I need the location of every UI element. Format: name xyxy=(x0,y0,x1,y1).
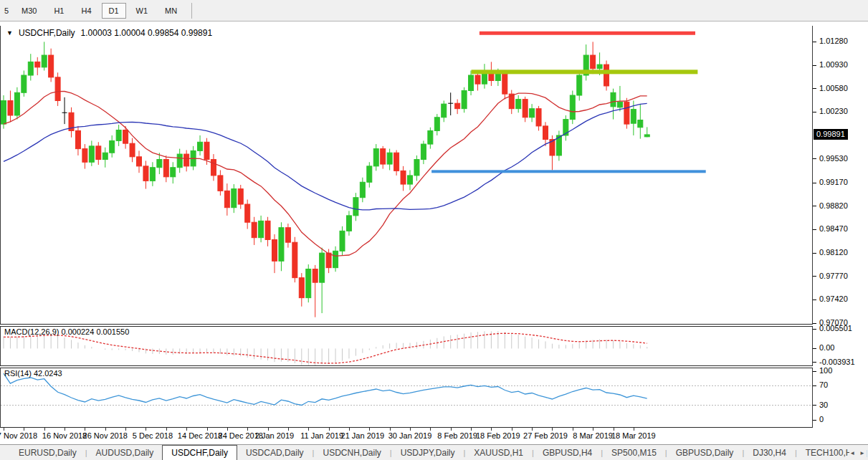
macd-signal-line xyxy=(4,333,647,363)
date-axis-label: 27 Feb 2019 xyxy=(523,431,568,440)
chart-symbol-label: USDCHF,Daily xyxy=(19,28,75,38)
date-axis-label: 8 Mar 2019 xyxy=(573,431,613,440)
date-tick xyxy=(349,428,350,431)
price-axis-label: 0.98470 xyxy=(819,224,848,233)
date-tick xyxy=(125,428,126,431)
price-axis-label: 70 xyxy=(819,380,828,389)
price-axis-label: 0.00 xyxy=(819,343,834,352)
main-price-chart[interactable]: ▼ USDCHF,Daily 1.00003 1.00004 0.99854 0… xyxy=(0,26,813,324)
date-axis-label: 14 Dec 2018 xyxy=(178,431,222,440)
date-axis-label: 7 Nov 2018 xyxy=(0,431,37,440)
symbol-tab-bar: EURUSD,Daily|AUDUSD,DailyUSDCHF,DailyUSD… xyxy=(0,444,868,460)
chart-ohlc-values: 1.00003 1.00004 0.99854 0.99891 xyxy=(81,28,213,38)
tabbar-scroll-left-icon[interactable]: ◄ xyxy=(849,450,855,456)
toolbar-separator xyxy=(191,3,192,19)
price-axis-label: 100 xyxy=(819,366,832,375)
ma-fast-line xyxy=(4,92,647,257)
date-tick xyxy=(207,428,208,431)
date-tick xyxy=(573,428,573,431)
symbol-tab-usdcnh-daily[interactable]: USDCNH,Daily xyxy=(314,445,389,460)
date-tick xyxy=(268,428,269,431)
date-tick xyxy=(512,428,512,431)
macd-histogram xyxy=(4,331,647,365)
date-tick xyxy=(247,428,248,431)
price-axis-label: 1.00580 xyxy=(819,84,848,92)
price-axis-label: 0.97420 xyxy=(819,294,848,303)
symbol-tab-gbpusd-daily[interactable]: GBPUSD,Daily xyxy=(667,445,743,460)
date-tick xyxy=(227,428,228,431)
price-axis-label: 1.00230 xyxy=(819,107,848,115)
date-axis[interactable]: 7 Nov 201816 Nov 201826 Nov 20185 Dec 20… xyxy=(0,428,813,444)
date-axis-label: 5 Dec 2018 xyxy=(133,431,173,440)
date-axis-label: 2 Jan 2019 xyxy=(255,431,294,440)
axis-tick xyxy=(813,362,816,363)
symbol-tab-usdjpy-daily[interactable]: USDJPY,Daily xyxy=(392,445,464,460)
axis-tick xyxy=(813,348,816,349)
price-axis[interactable]: 1.012801.009301.005801.002300.995300.991… xyxy=(813,21,868,444)
axis-tick xyxy=(813,88,816,89)
symbol-tab-audusd-daily[interactable]: AUDUSD,Daily xyxy=(87,445,163,460)
date-tick xyxy=(593,428,593,431)
support-line-blue[interactable] xyxy=(431,170,706,173)
date-tick xyxy=(44,428,45,431)
symbol-tab-xauusd-h1[interactable]: XAUUSD,H1 xyxy=(465,445,532,460)
timeframe-button-w1[interactable]: W1 xyxy=(129,3,156,19)
price-axis-label: 0.005501 xyxy=(819,324,852,332)
chart-title: ▼ USDCHF,Daily 1.00003 1.00004 0.99854 0… xyxy=(6,28,212,38)
resistance-line-red[interactable] xyxy=(480,32,695,35)
symbol-tab-sp500-m15[interactable]: SP500,M15 xyxy=(603,445,665,460)
timeframe-button-h1[interactable]: H1 xyxy=(47,3,71,19)
axis-tick xyxy=(813,158,816,159)
axis-tick xyxy=(813,42,816,42)
timeframe-button-m30[interactable]: M30 xyxy=(14,3,44,19)
candlestick-series xyxy=(1,42,650,317)
timeframe-button-h4[interactable]: H4 xyxy=(74,3,98,19)
rsi-label: RSI(14) 42.0243 xyxy=(4,369,62,378)
price-axis-label: 0.99530 xyxy=(819,154,848,163)
symbol-tab-eurusd-daily[interactable]: EURUSD,Daily xyxy=(10,445,85,460)
date-axis-label: 21 Jan 2019 xyxy=(341,431,385,440)
timeframe-button-mn[interactable]: MN xyxy=(158,3,184,19)
tabbar-scroll-right-icon[interactable]: ► xyxy=(859,450,865,456)
resistance-line-olive[interactable] xyxy=(472,70,698,74)
date-tick xyxy=(471,428,472,431)
macd-panel[interactable]: MACD(12,26,9) 0.000224 0.001550 xyxy=(0,327,813,365)
symbol-tab-gbpusd-h4[interactable]: GBPUSD,H4 xyxy=(534,445,601,460)
symbol-tab-usdchf-daily[interactable]: USDCHF,Daily xyxy=(162,445,237,460)
axis-tick xyxy=(813,276,816,277)
axis-tick xyxy=(813,183,816,183)
date-tick xyxy=(65,428,65,431)
price-axis-label: -0.003931 xyxy=(819,358,855,366)
axis-tick xyxy=(813,323,816,324)
price-axis-label: 0.99170 xyxy=(819,178,848,186)
plot-column: ▼ USDCHF,Daily 1.00003 1.00004 0.99854 0… xyxy=(0,26,813,444)
axis-tick xyxy=(813,206,816,206)
axis-tick xyxy=(813,229,816,230)
timeframe-button-d1[interactable]: D1 xyxy=(102,3,126,19)
date-tick xyxy=(491,428,492,431)
rsi-line xyxy=(4,373,647,405)
chart-menu-arrow-icon[interactable]: ▼ xyxy=(6,29,13,37)
axis-tick xyxy=(813,371,816,372)
price-axis-label: 1.00930 xyxy=(819,60,848,69)
tabbar-scroller: ◄ ► xyxy=(849,445,867,460)
date-tick xyxy=(390,428,391,431)
price-axis-label: 0.98120 xyxy=(819,248,848,257)
symbol-tab-usdcad-daily[interactable]: USDCAD,Daily xyxy=(237,445,313,460)
date-tick xyxy=(166,428,167,431)
date-tick xyxy=(329,428,330,431)
price-axis-label: 0 xyxy=(819,415,824,423)
macd-label: MACD(12,26,9) 0.000224 0.001550 xyxy=(4,327,129,336)
date-tick xyxy=(532,428,533,431)
axis-tick xyxy=(813,300,816,300)
date-axis-label: 18 Feb 2019 xyxy=(476,431,520,440)
chart-window: ▼ USDCHF,Daily 1.00003 1.00004 0.99854 0… xyxy=(0,21,868,444)
symbol-tab-dj30-h4[interactable]: DJ30,H4 xyxy=(744,445,795,460)
date-axis-label: 11 Jan 2019 xyxy=(300,431,343,440)
rsi-panel[interactable]: RSI(14) 42.0243 xyxy=(0,368,813,428)
date-axis-label: 26 Nov 2018 xyxy=(83,431,128,440)
timeframe-button-5[interactable]: 5 xyxy=(1,3,11,19)
date-axis-label: 30 Jan 2019 xyxy=(388,431,432,440)
date-axis-label: 8 Feb 2019 xyxy=(437,431,477,440)
main-chart-canvas[interactable] xyxy=(1,26,812,324)
